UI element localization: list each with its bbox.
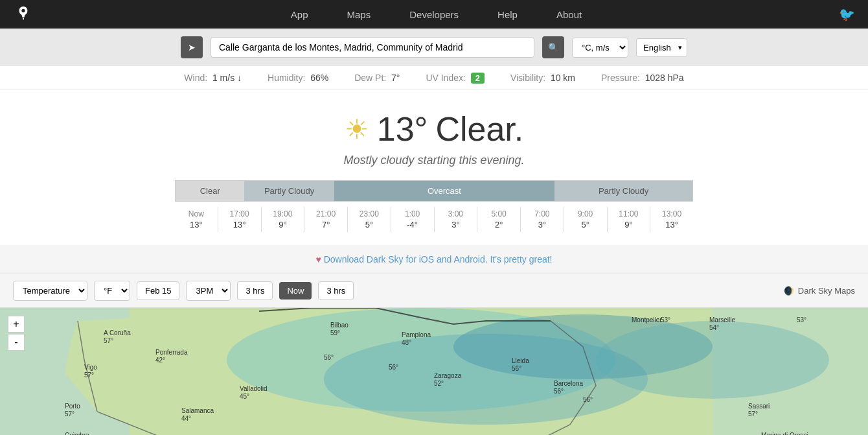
nav-maps[interactable]: Maps [347, 9, 371, 20]
twitter-icon[interactable]: 🐦 [839, 6, 855, 22]
nav-help[interactable]: Help [497, 9, 518, 20]
hour-time: 23:00 [349, 209, 389, 218]
hour-time: 13:00 [652, 209, 692, 218]
svg-text:Ponferrada: Ponferrada [155, 349, 188, 356]
weather-icon-temp: ☀ 13° Clear. [13, 110, 855, 148]
hours-row: Now 13° 17:00 13° 19:00 9° 21:00 7° 23:0… [175, 207, 693, 232]
now-button[interactable]: Now [279, 282, 312, 300]
svg-text:Barcelona: Barcelona [554, 380, 583, 387]
hour-col: Now 13° [175, 207, 218, 232]
hour-temp: 13° [176, 220, 216, 229]
hour-time: Now [176, 209, 216, 218]
dew-stat: Dew Pt: 7° [354, 73, 400, 83]
hour-time: 7:00 [522, 209, 562, 218]
svg-text:Marina di Orosci: Marina di Orosci [761, 432, 808, 435]
hour-temp: 9° [609, 220, 649, 229]
svg-text:Vigo: Vigo [84, 364, 97, 371]
svg-text:56°: 56° [583, 396, 593, 403]
heart-icon: ♥ [315, 254, 321, 265]
svg-text:Pamplona: Pamplona [402, 331, 431, 338]
language-wrap: English [636, 38, 687, 57]
interval1-button[interactable]: 3 hrs [237, 281, 273, 300]
hour-time: 21:00 [306, 209, 346, 218]
hour-col: 3:00 3° [435, 207, 477, 232]
map-zoom-controls: + - [8, 316, 25, 351]
svg-text:Bilbao: Bilbao [330, 322, 348, 329]
nav-developers[interactable]: Developers [409, 9, 459, 20]
condition-clear: Clear [176, 181, 244, 201]
svg-text:59°: 59° [330, 329, 340, 336]
hour-time: 3:00 [436, 209, 476, 218]
search-icon: 🔍 [548, 43, 559, 53]
units-select[interactable]: °C, m/s°F, mph°F, m/s [572, 38, 628, 58]
date-button[interactable]: Feb 15 [137, 281, 179, 300]
svg-text:56°: 56° [512, 365, 521, 372]
language-select[interactable]: English [636, 38, 687, 57]
darksky-brand-label: Dark Sky Maps [798, 286, 855, 296]
dew-value: 7° [391, 73, 400, 83]
svg-text:Zaragoza: Zaragoza [434, 372, 462, 379]
pressure-value: 1028 hPa [645, 73, 684, 83]
hour-col: 21:00 7° [304, 207, 347, 232]
wind-stat: Wind: 1 m/s ↓ [184, 73, 242, 83]
hour-time: 19:00 [263, 209, 303, 218]
layer-select[interactable]: Temperature [13, 281, 87, 301]
unit-select[interactable]: °F [94, 281, 130, 301]
humidity-value: 66% [310, 73, 328, 83]
svg-text:Salamanca: Salamanca [181, 407, 214, 414]
weather-main: ☀ 13° Clear. Mostly cloudy starting this… [0, 90, 868, 180]
download-link[interactable]: Download Dark Sky for iOS and Android. I… [324, 254, 553, 265]
hour-time: 9:00 [565, 209, 606, 218]
uv-badge: 2 [471, 73, 485, 84]
weather-summary: Mostly cloudy starting this evening. [13, 154, 855, 167]
nav-links: App Maps Developers Help About [34, 9, 839, 20]
uv-stat: UV Index: 2 [426, 73, 485, 83]
svg-text:Valladolid: Valladolid [240, 385, 268, 392]
visibility-stat: Visibility: 10 km [510, 73, 575, 83]
svg-text:57°: 57° [748, 410, 758, 417]
svg-text:56°: 56° [324, 354, 334, 361]
navbar: App Maps Developers Help About 🐦 [0, 0, 868, 29]
search-input[interactable] [211, 37, 534, 58]
condition-partly-cloudy-2: Partly Cloudy [554, 181, 692, 201]
dew-label: Dew Pt: [354, 73, 386, 83]
visibility-label: Visibility: [510, 73, 545, 83]
location-button[interactable]: ➤ [181, 36, 203, 58]
logo[interactable] [13, 4, 34, 25]
hour-temp: 3° [522, 220, 562, 229]
search-input-wrap [211, 37, 534, 58]
hour-temp: 2° [479, 220, 519, 229]
interval2-button[interactable]: 3 hrs [318, 281, 354, 300]
svg-text:Marseille: Marseille [709, 316, 735, 323]
time-select[interactable]: 3PM [186, 281, 231, 301]
svg-text:Lleida: Lleida [512, 357, 529, 364]
darksky-brand: 🌒 Dark Sky Maps [784, 286, 855, 296]
nav-about[interactable]: About [556, 9, 582, 20]
svg-text:Porto: Porto [65, 403, 80, 410]
svg-text:45°: 45° [240, 393, 249, 400]
svg-text:44°: 44° [181, 415, 191, 422]
hour-temp: 3° [436, 220, 476, 229]
svg-text:53°: 53° [661, 316, 670, 323]
zoom-in-button[interactable]: + [8, 316, 25, 333]
visibility-value: 10 km [551, 73, 575, 83]
hour-temp: 13° [652, 220, 692, 229]
hour-time: 17:00 [220, 209, 260, 218]
nav-right: 🐦 [839, 6, 855, 22]
svg-text:48°: 48° [402, 339, 411, 346]
hour-temp: 7° [306, 220, 346, 229]
svg-text:57°: 57° [84, 371, 94, 379]
humidity-label: Humidity: [268, 73, 305, 83]
svg-text:56°: 56° [554, 388, 564, 395]
svg-point-7 [596, 321, 829, 399]
zoom-out-button[interactable]: - [8, 334, 25, 351]
condition-bar: Clear Partly Cloudy Overcast Partly Clou… [175, 180, 693, 202]
nav-app[interactable]: App [291, 9, 308, 20]
temperature-display: 13° [377, 110, 428, 148]
hour-col: 23:00 5° [348, 207, 391, 232]
map-svg: A Coruña 57° Ponferrada 42° Vigo 57° Por… [0, 308, 868, 435]
svg-text:52°: 52° [434, 380, 444, 387]
hour-col: 19:00 9° [262, 207, 304, 232]
search-button[interactable]: 🔍 [542, 36, 564, 58]
hour-temp: 5° [565, 220, 606, 229]
